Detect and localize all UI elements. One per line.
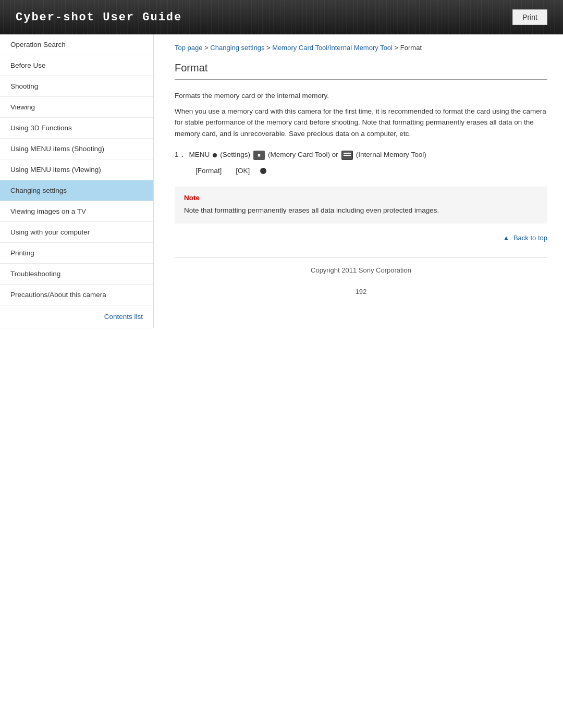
copyright-text: Copyright 2011 Sony Corporation <box>311 266 411 274</box>
note-text: Note that formatting permanently erases … <box>184 205 538 216</box>
memory-card-icon: ■ <box>253 151 265 160</box>
breadcrumb-memory-card-tool[interactable]: Memory Card Tool/Internal Memory Tool <box>272 44 393 52</box>
back-to-top-link[interactable]: ▲ Back to top <box>503 234 547 242</box>
print-button[interactable]: Print <box>512 9 547 25</box>
breadcrumb: Top page > Changing settings > Memory Ca… <box>175 34 547 62</box>
steps-area: 1． MENU (Settings) ■ (Memory Card Tool) … <box>175 149 547 177</box>
breadcrumb-current: Format <box>400 44 422 52</box>
bullet-icon <box>213 153 217 157</box>
step-memory-card-tool-label: (Memory Card Tool) or <box>268 149 338 161</box>
step-row-2: [Format] [OK] <box>175 165 547 177</box>
sidebar-item-operation-search[interactable]: Operation Search <box>0 34 153 55</box>
step-ok-label: [OK] <box>236 165 250 177</box>
app-title: Cyber-shot User Guide <box>16 11 182 24</box>
back-to-top-arrow-icon: ▲ <box>503 234 509 242</box>
sidebar-item-before-use[interactable]: Before Use <box>0 55 153 76</box>
intro-paragraph-1: Formats the memory card or the internal … <box>175 90 547 102</box>
sidebar-item-viewing-tv[interactable]: Viewing images on a TV <box>0 201 153 222</box>
breadcrumb-top-page[interactable]: Top page <box>175 44 203 52</box>
page-title: Format <box>175 62 547 80</box>
breadcrumb-changing-settings[interactable]: Changing settings <box>210 44 264 52</box>
step-format-label: [Format] <box>195 165 222 177</box>
bullet-large-icon <box>260 168 266 174</box>
sidebar-item-precautions[interactable]: Precautions/About this camera <box>0 285 153 305</box>
back-to-top: ▲ Back to top <box>175 234 547 242</box>
sidebar: Operation Search Before Use Shooting Vie… <box>0 34 154 328</box>
sidebar-item-changing-settings[interactable]: Changing settings <box>0 180 153 201</box>
step-number: 1． <box>175 149 186 161</box>
internal-memory-icon <box>341 151 353 160</box>
step-menu-label: MENU <box>189 149 210 161</box>
sidebar-item-3d-functions[interactable]: Using 3D Functions <box>0 118 153 139</box>
sidebar-item-using-computer[interactable]: Using with your computer <box>0 222 153 243</box>
note-title: Note <box>184 194 538 202</box>
content-area: Top page > Changing settings > Memory Ca… <box>154 34 563 316</box>
note-box: Note Note that formatting permanently er… <box>175 187 547 224</box>
step-row-1: 1． MENU (Settings) ■ (Memory Card Tool) … <box>175 149 547 161</box>
sidebar-item-menu-shooting[interactable]: Using MENU items (Shooting) <box>0 139 153 159</box>
header: Cyber-shot User Guide Print <box>0 0 563 34</box>
intro-paragraph-2: When you use a memory card with this cam… <box>175 106 547 140</box>
sidebar-item-troubleshooting[interactable]: Troubleshooting <box>0 264 153 285</box>
step-settings-label: (Settings) <box>220 149 250 161</box>
page-number: 192 <box>175 282 547 301</box>
sidebar-item-viewing[interactable]: Viewing <box>0 97 153 118</box>
sidebar-item-printing[interactable]: Printing <box>0 243 153 264</box>
footer: Copyright 2011 Sony Corporation <box>175 257 547 282</box>
sidebar-item-menu-viewing[interactable]: Using MENU items (Viewing) <box>0 159 153 180</box>
main-container: Operation Search Before Use Shooting Vie… <box>0 34 563 328</box>
step-internal-memory-tool-label: (Internal Memory Tool) <box>356 149 426 161</box>
sidebar-item-shooting[interactable]: Shooting <box>0 76 153 97</box>
contents-list-link[interactable]: Contents list <box>0 305 153 328</box>
